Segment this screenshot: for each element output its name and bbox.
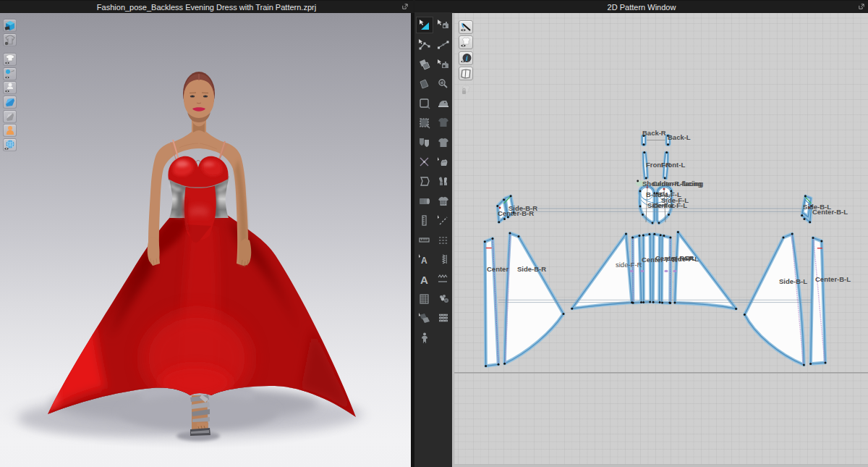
svg-text:A: A (420, 274, 428, 286)
svg-text:Center-L-facing: Center-L-facing (652, 180, 703, 188)
svg-text:Center-F-L: Center-F-L (652, 201, 687, 209)
svg-text:-F-L: -F-L (683, 254, 696, 262)
svg-text:Side-B-R: Side-B-R (517, 265, 546, 273)
svg-text:Back-R: Back-R (642, 129, 666, 137)
svg-text:Center: Center (487, 265, 509, 273)
svg-text:i: i (466, 54, 468, 62)
svg-text:A: A (421, 256, 427, 266)
svg-text:Center-B-R: Center-B-R (498, 209, 534, 217)
svg-text:Center-B-L: Center-B-L (815, 275, 851, 283)
svg-text:Front-L: Front-L (661, 161, 685, 169)
svg-text:Side-B-L: Side-B-L (779, 277, 807, 285)
svg-text:side-F-R: side-F-R (616, 261, 642, 269)
svg-text:Back-L: Back-L (668, 133, 691, 141)
svg-text:Center-B-L: Center-B-L (812, 208, 848, 216)
